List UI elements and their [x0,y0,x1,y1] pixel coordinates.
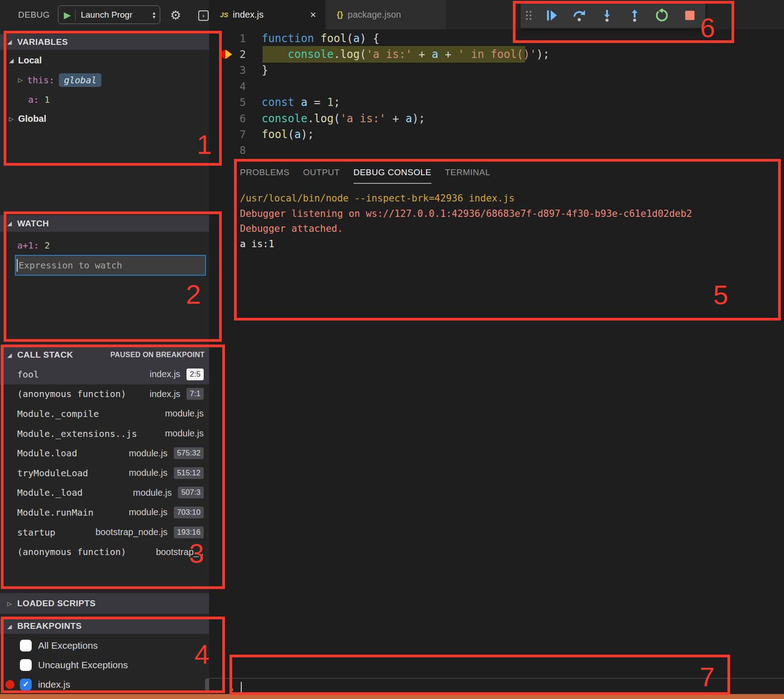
code-line: 7 fool(a); [209,126,784,142]
debug-sidebar-topbar: DEBUG ▶ Launch Progr ▴▾ ⚙ › [0,0,209,29]
code-line: 5 const a = 1; [209,95,784,110]
gear-icon[interactable]: ⚙ [170,8,181,22]
dropdown-spinner-icon[interactable]: ▴▾ [153,11,160,19]
javascript-file-icon: JS [220,11,228,19]
close-tab-icon[interactable]: × [310,9,316,21]
annotation-box-6: 6 [513,1,734,43]
launch-config-label: Launch Progr [76,10,153,20]
chevron-collapsed-icon[interactable]: ▷ [7,600,17,607]
open-console-panel-icon[interactable]: › [198,10,209,21]
code-line: 4 [209,78,784,94]
annotation-box-4: 4 [1,617,225,693]
launch-config-dropdown[interactable]: ▶ Launch Progr ▴▾ [58,5,160,24]
tab-index-js[interactable]: JS index.js × [209,0,325,29]
code-line: 6 console.log('a is:' + a); [209,110,784,126]
annotation-box-7: 7 [229,655,730,695]
code-line-current: 2 console.log('a is:' + a + ' in fool()'… [209,46,784,62]
loaded-scripts-title: LOADED SCRIPTS [17,598,96,608]
json-file-icon: {} [337,10,343,19]
code-line: 8 [209,143,784,158]
annotation-box-1: 1 [4,31,222,166]
code-editor[interactable]: 1 function fool(a) { 2 console.log('a is… [209,29,784,158]
code-line: 3 } [209,62,784,78]
debug-panel-title: DEBUG [18,10,50,20]
annotation-box-2: 2 [4,211,222,342]
start-debugging-icon[interactable]: ▶ [58,10,75,20]
loaded-scripts-section-header[interactable]: ▷ LOADED SCRIPTS [0,593,209,614]
annotation-box-5: 5 [234,159,781,321]
annotation-box-3: 3 [1,345,225,589]
tab-package-json[interactable]: {} package.json [326,0,446,29]
